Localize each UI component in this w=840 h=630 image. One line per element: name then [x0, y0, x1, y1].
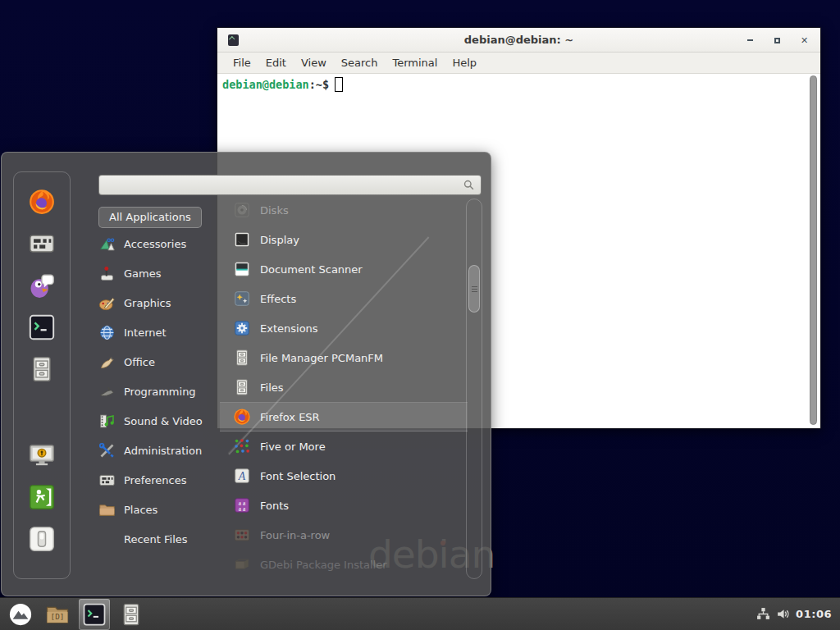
file-cabinet-icon — [28, 355, 56, 383]
search-input[interactable] — [105, 176, 463, 194]
terminal-scrollbar[interactable] — [810, 75, 818, 425]
category-label: Preferences — [124, 474, 186, 486]
terminal-menu-search[interactable]: Search — [334, 57, 386, 69]
terminal-task[interactable] — [79, 599, 110, 630]
terminal-cursor — [335, 77, 343, 92]
app-item-label: Font Selection — [260, 470, 336, 482]
fonts-icon: a aa a — [233, 496, 251, 514]
category-preferences[interactable]: Preferences — [98, 465, 221, 495]
close-button[interactable]: ✕ — [797, 33, 812, 48]
app-item-effects[interactable]: Effects — [220, 284, 468, 313]
app-item-firefox-esr[interactable]: Firefox ESR — [220, 402, 468, 431]
app-item-fonts[interactable]: a aa aFonts — [220, 491, 468, 520]
menu-scrollbar[interactable] — [466, 199, 482, 579]
maximize-button[interactable] — [769, 33, 785, 48]
folder-debian-icon: [D] — [45, 602, 70, 627]
prompt-separator: : — [309, 78, 316, 91]
programming-icon — [98, 383, 116, 400]
terminal-menu-edit[interactable]: Edit — [258, 57, 294, 69]
app-item-label: Display — [260, 234, 299, 246]
file-cabinet-icon — [119, 602, 144, 627]
terminal-scrollbar-thumb[interactable] — [810, 75, 817, 425]
settings-launcher[interactable] — [27, 229, 57, 258]
category-icon-spacer — [98, 531, 116, 548]
app-item-display[interactable]: Display — [220, 225, 468, 254]
lock-screen-button[interactable] — [27, 441, 57, 470]
firefox-launcher[interactable] — [27, 187, 57, 217]
lock-screen-icon — [28, 441, 56, 469]
category-sound-video[interactable]: Sound & Video — [98, 406, 221, 436]
app-item-four-in-a-row[interactable]: Four-in-a-row — [220, 520, 468, 550]
category-list: All ApplicationsAccessoriesGamesGraphics… — [98, 207, 221, 554]
svg-text:A: A — [238, 470, 246, 482]
category-places[interactable]: Places — [98, 495, 221, 524]
category-label: Sound & Video — [124, 415, 203, 427]
terminal-menu-terminal[interactable]: Terminal — [385, 57, 445, 69]
category-accessories[interactable]: Accessories — [98, 229, 221, 258]
preferences-sliders-icon — [28, 230, 56, 258]
system-tray: 01:06 — [756, 607, 835, 621]
menu-scrollbar-thumb[interactable] — [468, 265, 480, 313]
app-item-disks[interactable]: Disks — [220, 195, 468, 225]
files-launcher[interactable] — [27, 354, 57, 384]
app-item-gdebi-package-installer[interactable]: GDebi Package Installer — [220, 550, 468, 579]
menu-favorites-sidebar — [13, 171, 71, 579]
minimize-icon — [747, 39, 753, 41]
terminal-launcher[interactable] — [27, 313, 57, 342]
app-item-document-scanner[interactable]: Document Scanner — [220, 254, 468, 284]
app-item-extensions[interactable]: Extensions — [220, 313, 468, 343]
app-item-five-or-more[interactable]: Five or More — [220, 431, 468, 461]
files-launcher[interactable] — [116, 599, 147, 630]
shutdown-button[interactable] — [27, 524, 57, 554]
clock[interactable]: 01:06 — [796, 608, 832, 620]
logout-button[interactable] — [27, 482, 57, 512]
app-item-label: GDebi Package Installer — [260, 559, 387, 571]
category-programming[interactable]: Programming — [98, 377, 221, 406]
app-item-label: Extensions — [260, 322, 318, 335]
app-item-label: Document Scanner — [260, 263, 363, 276]
category-all-applications[interactable]: All Applications — [98, 207, 202, 228]
category-label: Accessories — [124, 238, 186, 250]
pidgin-launcher[interactable] — [27, 271, 57, 300]
network-icon[interactable] — [756, 607, 770, 621]
prompt-path: ~ — [316, 78, 322, 91]
category-recent-files[interactable]: Recent Files — [98, 524, 221, 554]
category-internet[interactable]: Internet — [98, 317, 221, 347]
maximize-icon — [774, 38, 780, 43]
app-item-files[interactable]: Files — [220, 372, 468, 402]
terminal-menu-help[interactable]: Help — [445, 57, 484, 69]
volume-icon[interactable] — [776, 607, 790, 621]
minimize-button[interactable] — [742, 33, 758, 48]
pidgin-icon — [28, 272, 56, 299]
svg-text:a a: a a — [239, 505, 246, 513]
accessories-icon — [98, 235, 116, 253]
terminal-titlebar[interactable]: debian@debian: ~ ✕ — [217, 28, 820, 52]
category-administration[interactable]: Administration — [98, 436, 221, 465]
terminal-menu-file[interactable]: File — [226, 57, 258, 69]
close-icon: ✕ — [801, 36, 808, 45]
category-label: Games — [124, 267, 161, 280]
graphics-icon — [98, 294, 116, 312]
category-label: Programming — [124, 386, 196, 398]
category-label: Graphics — [124, 297, 171, 309]
taskbar-launchers: [D] — [5, 599, 147, 630]
app-item-file-manager-pcmanfm[interactable]: File Manager PCManFM — [220, 343, 468, 372]
terminal-menubar: FileEditViewSearchTerminalHelp — [217, 52, 820, 74]
terminal-menu-view[interactable]: View — [294, 57, 334, 69]
app-item-font-selection[interactable]: AFont Selection — [220, 461, 468, 491]
shutdown-icon — [28, 525, 56, 553]
shell-prompt: debian@debian:~$ — [222, 77, 815, 92]
document-scanner-icon — [233, 260, 251, 278]
prompt-symbol: $ — [322, 78, 329, 91]
extensions-icon — [233, 319, 251, 337]
firefox-icon — [233, 408, 251, 426]
category-graphics[interactable]: Graphics — [98, 288, 221, 317]
firefox-icon — [28, 188, 56, 216]
category-office[interactable]: Office — [98, 347, 221, 377]
app-item-label: Firefox ESR — [260, 411, 320, 423]
category-games[interactable]: Games — [98, 258, 221, 288]
disks-icon — [233, 201, 251, 219]
terminal-icon — [82, 602, 107, 627]
menu-button[interactable] — [5, 599, 36, 630]
file-manager-launcher[interactable]: [D] — [42, 599, 73, 630]
